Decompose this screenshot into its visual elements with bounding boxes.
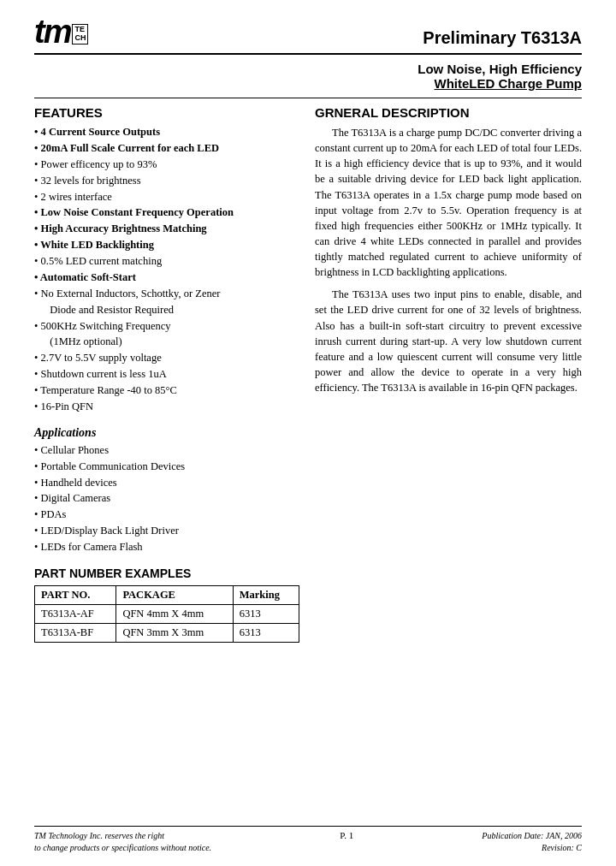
table-cell-partno: T6313A-AF <box>35 604 116 623</box>
footer-left-line2: to change products or specifications wit… <box>34 842 211 854</box>
list-item: PDAs <box>34 507 299 522</box>
page-title: Preliminary T6313A <box>423 28 582 48</box>
list-item: 2.7V to 5.5V supply voltage <box>34 351 299 365</box>
footer-right-line1: Publication Date: JAN, 2006 <box>482 830 582 842</box>
list-item: Cellular Phones <box>34 443 299 458</box>
logo-tech: TE CH <box>72 24 88 44</box>
table-cell-marking: 6313 <box>233 623 299 642</box>
list-item: White LED Backlighting <box>34 238 299 252</box>
description-title: GRNERAL DESCRIPTION <box>315 105 582 120</box>
footer-left-line1: TM Technology Inc. reserves the right <box>34 830 211 842</box>
footer-left: TM Technology Inc. reserves the right to… <box>34 830 211 854</box>
list-item: Handheld devices <box>34 476 299 490</box>
list-item: High Accuracy Brightness Matching <box>34 222 299 236</box>
table-cell-partno: T6313A-BF <box>35 623 116 642</box>
list-item: LEDs for Camera Flash <box>34 540 299 555</box>
table-header-marking: Marking <box>233 585 299 604</box>
description-paragraph-1: The T6313A is a charge pump DC/DC conver… <box>315 125 582 280</box>
list-item: Power efficency up to 93% <box>34 157 299 172</box>
table-cell-marking: 6313 <box>233 604 299 623</box>
page: tm TE CH Preliminary T6313A Low Noise, H… <box>0 0 616 866</box>
description-text: The T6313A is a charge pump DC/DC conver… <box>315 125 582 395</box>
features-title: FEATURES <box>34 105 299 120</box>
part-number-table: PART NO. PACKAGE Marking T6313A-AF QFN 4… <box>34 585 299 643</box>
list-item: (1MHz optional) <box>34 335 299 349</box>
subtitle-area: Low Noise, High Efficiency WhiteLED Char… <box>34 62 582 91</box>
table-row: T6313A-BF QFN 3mm X 3mm 6313 <box>35 623 299 642</box>
list-item: Temperature Range -40 to 85°C <box>34 383 299 398</box>
list-item: Diode and Resistor Required <box>34 303 299 317</box>
footer-right: Publication Date: JAN, 2006 Revision: C <box>482 830 582 854</box>
table-row: T6313A-AF QFN 4mm X 4mm 6313 <box>35 604 299 623</box>
table-cell-package: QFN 4mm X 4mm <box>116 604 233 623</box>
footer-right-line2: Revision: C <box>482 842 582 854</box>
part-number-title: PART NUMBER EXAMPLES <box>34 566 299 580</box>
list-item: No External Inductors, Schottky, or Zene… <box>34 287 299 301</box>
header: tm TE CH Preliminary T6313A <box>34 15 582 55</box>
logo-area: tm TE CH <box>34 15 88 48</box>
list-item: 2 wires interface <box>34 190 299 205</box>
list-item: 4 Current Source Outputs <box>34 125 299 139</box>
footer-page-number: P. 1 <box>340 830 353 840</box>
right-column: GRNERAL DESCRIPTION The T6313A is a char… <box>315 105 582 643</box>
section-divider <box>34 98 582 98</box>
footer: TM Technology Inc. reserves the right to… <box>34 826 582 854</box>
left-column: FEATURES 4 Current Source Outputs 20mA F… <box>34 105 299 643</box>
list-item: 500KHz Switching Frequency <box>34 319 299 334</box>
list-item: LED/Display Back Light Driver <box>34 524 299 538</box>
list-item: 16-Pin QFN <box>34 400 299 414</box>
list-item: 32 levels for brightness <box>34 174 299 188</box>
features-list: 4 Current Source Outputs 20mA Full Scale… <box>34 125 299 414</box>
description-paragraph-2: The T6313A uses two input pins to enable… <box>315 287 582 395</box>
main-content: FEATURES 4 Current Source Outputs 20mA F… <box>34 105 582 643</box>
list-item: 0.5% LED current matching <box>34 254 299 269</box>
applications-list: Cellular Phones Portable Communication D… <box>34 443 299 555</box>
list-item: 20mA Full Scale Current for each LED <box>34 141 299 156</box>
table-header-package: PACKAGE <box>116 585 233 604</box>
subtitle-line2: WhiteLED Charge Pump <box>34 76 582 91</box>
list-item: Digital Cameras <box>34 491 299 506</box>
applications-title: Applications <box>34 426 299 440</box>
list-item: Low Noise Constant Frequency Operation <box>34 205 299 220</box>
part-number-section: PART NUMBER EXAMPLES PART NO. PACKAGE Ma… <box>34 566 299 643</box>
list-item: Portable Communication Devices <box>34 460 299 474</box>
list-item: Shutdown current is less 1uA <box>34 367 299 382</box>
table-cell-package: QFN 3mm X 3mm <box>116 623 233 642</box>
table-header-partno: PART NO. <box>35 585 116 604</box>
logo-tm: tm <box>34 15 70 48</box>
subtitle-line1: Low Noise, High Efficiency <box>34 62 582 76</box>
list-item: Automatic Soft-Start <box>34 270 299 285</box>
